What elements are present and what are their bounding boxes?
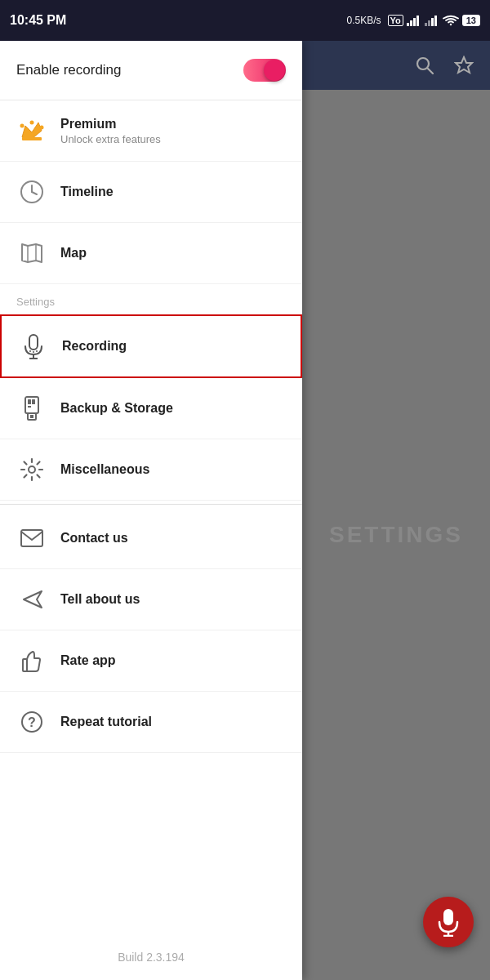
svg-rect-19 xyxy=(29,335,38,350)
right-panel-content: SETTINGS xyxy=(302,90,490,980)
premium-label: Premium xyxy=(60,117,161,131)
svg-rect-26 xyxy=(28,399,31,404)
menu-item-rate-app[interactable]: Rate app xyxy=(0,630,302,692)
svg-rect-27 xyxy=(32,399,35,404)
share-icon xyxy=(16,584,47,615)
tell-about-us-label: Tell about us xyxy=(60,592,140,607)
recording-label: Recording xyxy=(62,339,127,354)
svg-line-15 xyxy=(32,192,37,194)
svg-point-23 xyxy=(33,351,34,353)
svg-rect-40 xyxy=(443,909,453,925)
fab-mic-button[interactable] xyxy=(423,897,474,947)
right-panel: SETTINGS xyxy=(302,41,490,980)
contact-us-label: Contact us xyxy=(60,531,128,546)
svg-text:?: ? xyxy=(28,715,36,729)
status-time: 10:45 PM xyxy=(10,13,66,28)
svg-rect-9 xyxy=(22,137,42,140)
map-label: Map xyxy=(60,246,87,261)
signal-icon-2 xyxy=(425,15,439,26)
rate-app-label: Rate app xyxy=(60,653,116,668)
thumbsup-icon xyxy=(16,645,47,676)
battery-indicator: 13 xyxy=(462,15,480,26)
menu-item-tell-about-us[interactable]: Tell about us xyxy=(0,569,302,630)
drawer: Enable recording Premium Unlock extra fe… xyxy=(0,41,302,980)
help-icon: ? xyxy=(16,706,47,737)
wifi-icon xyxy=(443,15,459,26)
svg-point-11 xyxy=(30,121,34,125)
status-bar: 10:45 PM 0.5KB/s Yo 13 xyxy=(0,0,490,41)
premium-text: Premium Unlock extra features xyxy=(60,117,161,145)
mail-icon xyxy=(16,523,47,554)
svg-rect-25 xyxy=(25,397,38,413)
settings-section-label: Settings xyxy=(0,284,302,314)
status-icons: 0.5KB/s Yo 13 xyxy=(346,15,480,26)
clock-icon xyxy=(16,176,47,207)
fab-mic-icon xyxy=(435,907,461,937)
svg-point-31 xyxy=(29,466,35,473)
menu-item-contact-us[interactable]: Contact us xyxy=(0,508,302,569)
enable-recording-toggle[interactable] xyxy=(243,59,286,82)
svg-rect-7 xyxy=(434,16,437,26)
svg-rect-30 xyxy=(30,415,33,418)
svg-rect-32 xyxy=(21,530,42,546)
toggle-label: Enable recording xyxy=(16,62,122,78)
svg-rect-2 xyxy=(413,18,416,26)
svg-rect-1 xyxy=(410,20,412,26)
menu-item-miscellaneous[interactable]: Miscellaneous xyxy=(0,439,302,501)
svg-point-37 xyxy=(417,58,429,69)
svg-line-38 xyxy=(428,69,433,74)
svg-marker-8 xyxy=(22,122,42,139)
star-icon[interactable] xyxy=(454,56,474,75)
svg-rect-4 xyxy=(425,23,427,26)
timeline-label: Timeline xyxy=(60,185,114,199)
signal-icon xyxy=(407,15,421,26)
menu-item-recording[interactable]: Recording xyxy=(0,314,302,378)
mic-icon xyxy=(18,331,49,362)
svg-marker-39 xyxy=(456,57,472,73)
menu-item-backup-storage[interactable]: Backup & Storage xyxy=(0,378,302,439)
crown-icon xyxy=(16,115,47,146)
repeat-tutorial-label: Repeat tutorial xyxy=(60,715,152,729)
svg-rect-28 xyxy=(28,406,31,408)
storage-icon xyxy=(16,393,47,424)
svg-rect-34 xyxy=(23,659,27,671)
svg-marker-16 xyxy=(22,244,42,262)
network-speed: 0.5KB/s xyxy=(346,15,381,26)
divider-1 xyxy=(0,504,302,505)
svg-point-24 xyxy=(36,350,38,352)
menu-item-premium[interactable]: Premium Unlock extra features xyxy=(0,100,302,162)
menu-item-map[interactable]: Map xyxy=(0,223,302,284)
premium-subtext: Unlock extra features xyxy=(60,133,161,145)
map-icon xyxy=(16,238,47,269)
svg-point-10 xyxy=(20,124,24,128)
svg-rect-3 xyxy=(416,16,419,26)
main-layout: Enable recording Premium Unlock extra fe… xyxy=(0,41,490,980)
svg-point-12 xyxy=(40,126,44,130)
svg-rect-5 xyxy=(428,20,430,26)
menu-item-repeat-tutorial[interactable]: ? Repeat tutorial xyxy=(0,692,302,753)
build-version: Build 2.3.194 xyxy=(0,934,302,980)
settings-watermark: SETTINGS xyxy=(329,522,463,548)
enable-recording-section: Enable recording xyxy=(0,41,302,100)
svg-point-22 xyxy=(29,350,31,352)
svg-rect-6 xyxy=(431,18,434,26)
gear-icon xyxy=(16,454,47,485)
menu-item-timeline[interactable]: Timeline xyxy=(0,162,302,223)
svg-rect-0 xyxy=(407,23,409,26)
svg-marker-33 xyxy=(24,591,42,608)
search-icon[interactable] xyxy=(415,56,434,75)
miscellaneous-label: Miscellaneous xyxy=(60,462,149,477)
right-panel-header xyxy=(302,41,490,90)
toggle-knob xyxy=(264,60,285,81)
backup-storage-label: Backup & Storage xyxy=(60,401,173,416)
yo-icon: Yo xyxy=(388,15,403,26)
